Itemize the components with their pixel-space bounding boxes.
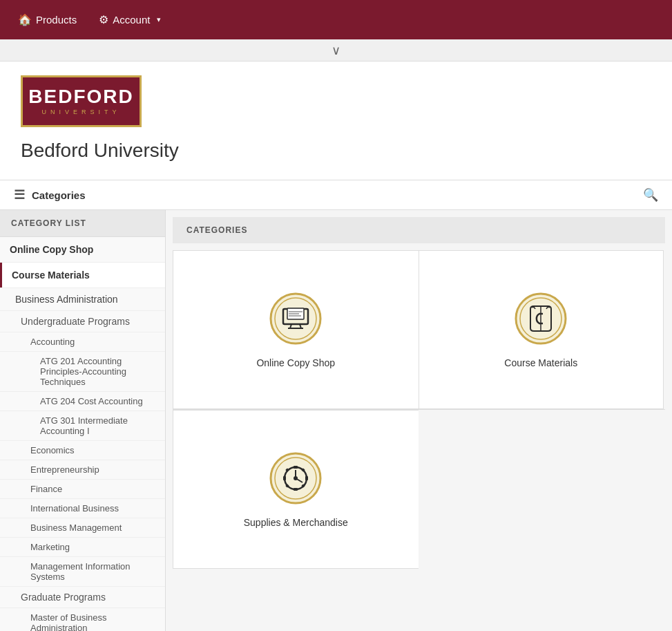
sidebar-item-marketing[interactable]: Marketing xyxy=(0,538,165,557)
categories-bar-label-group: ☰ Categories xyxy=(14,187,86,203)
category-card-course-materials[interactable]: Course Materials xyxy=(419,250,664,409)
empty-card-slot xyxy=(419,410,665,569)
sidebar-item-label: Entrepreneurship xyxy=(0,460,165,479)
hamburger-icon: ☰ xyxy=(14,187,25,203)
sidebar-item-business-admin[interactable]: Business Administration xyxy=(0,288,165,311)
account-nav-item[interactable]: ⚙ Account ▾ xyxy=(88,0,172,39)
supplies-icon xyxy=(268,451,323,506)
sidebar-item-label: Business Management xyxy=(0,518,165,537)
collapse-bar[interactable]: ∨ xyxy=(0,39,672,62)
sidebar-item-business-mgmt[interactable]: Business Management xyxy=(0,518,165,538)
categories-label: Categories xyxy=(32,189,86,201)
sidebar-item-atg201[interactable]: ATG 201 Accounting Principles-Accounting… xyxy=(0,352,165,392)
sidebar-item-label: Marketing xyxy=(0,538,165,556)
category-card-supplies[interactable]: Supplies & Merchandise xyxy=(173,410,419,569)
main-layout: CATEGORY LIST Online Copy Shop Course Ma… xyxy=(0,210,672,631)
top-nav: 🏠 Products ⚙ Account ▾ xyxy=(0,0,672,39)
categories-bar: ☰ Categories 🔍 xyxy=(0,180,672,210)
site-title: Bedford University xyxy=(21,140,651,162)
header-area: BEDFORD UNIVERSITY Bedford University xyxy=(0,62,672,180)
category-card-label: Supplies & Merchandise xyxy=(244,517,348,528)
logo-main-text: BEDFORD xyxy=(28,87,133,106)
sidebar-item-entrepreneurship[interactable]: Entrepreneurship xyxy=(0,460,165,480)
category-card-online-copy-shop[interactable]: Online Copy Shop xyxy=(173,250,419,409)
categories-grid-row1: Online Copy Shop Course Materia xyxy=(173,250,665,409)
sidebar-item-finance[interactable]: Finance xyxy=(0,480,165,499)
sidebar-item-course-materials[interactable]: Course Materials xyxy=(0,263,165,288)
sidebar-item-label: Course Materials xyxy=(0,263,165,288)
sidebar-item-accounting[interactable]: Accounting xyxy=(0,332,165,352)
chevron-down-icon: ∨ xyxy=(332,43,340,58)
sidebar-item-economics[interactable]: Economics xyxy=(0,441,165,460)
sidebar-item-label: ATG 301 Intermediate Accounting I xyxy=(40,415,128,436)
products-nav-item[interactable]: 🏠 Products xyxy=(7,0,88,39)
sidebar-item-label: Finance xyxy=(0,480,165,498)
svg-rect-22 xyxy=(283,476,286,480)
sidebar-item-online-copy-shop[interactable]: Online Copy Shop xyxy=(0,237,165,263)
sidebar-item-label: Business Administration xyxy=(0,288,165,310)
content-header: CATEGORIES xyxy=(173,217,665,243)
sidebar-item-label: Economics xyxy=(0,441,165,460)
sidebar-item-label: ATG 204 Cost Accounting xyxy=(40,396,143,406)
sidebar-item-undergrad[interactable]: Undergraduate Programs xyxy=(0,311,165,332)
sidebar: CATEGORY LIST Online Copy Shop Course Ma… xyxy=(0,210,166,631)
sidebar-item-atg204[interactable]: ATG 204 Cost Accounting xyxy=(0,392,165,411)
sidebar-item-label: International Business xyxy=(0,499,165,518)
category-card-label: Online Copy Shop xyxy=(256,357,335,368)
svg-rect-20 xyxy=(294,466,298,469)
logo-sub-text: UNIVERSITY xyxy=(41,109,120,115)
search-icon[interactable]: 🔍 xyxy=(643,187,658,203)
sidebar-item-label: Undergraduate Programs xyxy=(0,311,165,332)
gear-icon: ⚙ xyxy=(99,13,108,26)
sidebar-item-mis[interactable]: Management Information Systems xyxy=(0,557,165,587)
account-caret-icon: ▾ xyxy=(157,15,161,24)
svg-rect-21 xyxy=(294,488,298,491)
svg-rect-23 xyxy=(305,476,308,480)
category-card-label: Course Materials xyxy=(504,357,577,368)
course-materials-icon xyxy=(513,291,568,346)
categories-grid-row2: Supplies & Merchandise xyxy=(173,409,665,569)
sidebar-list: Online Copy Shop Course Materials Busine… xyxy=(0,237,165,631)
sidebar-item-label: Master of Business Administration xyxy=(0,608,165,631)
sidebar-item-label: Online Copy Shop xyxy=(0,237,165,262)
sidebar-item-mba[interactable]: Master of Business Administration xyxy=(0,608,165,631)
sidebar-item-label: Accounting xyxy=(0,332,165,351)
sidebar-item-atg301[interactable]: ATG 301 Intermediate Accounting I xyxy=(0,411,165,441)
home-icon: 🏠 xyxy=(18,13,32,26)
content-area: CATEGORIES Onlin xyxy=(166,210,672,631)
sidebar-item-label: Graduate Programs xyxy=(0,587,165,608)
account-label: Account xyxy=(113,14,150,26)
sidebar-item-grad-programs[interactable]: Graduate Programs xyxy=(0,587,165,608)
sidebar-item-label: Management Information Systems xyxy=(0,557,165,586)
products-label: Products xyxy=(36,14,77,26)
sidebar-header: CATEGORY LIST xyxy=(0,210,165,237)
sidebar-item-label: ATG 201 Accounting Principles-Accounting… xyxy=(40,356,126,387)
sidebar-item-intl-business[interactable]: International Business xyxy=(0,499,165,518)
logo: BEDFORD UNIVERSITY xyxy=(21,75,142,127)
copy-shop-icon xyxy=(268,291,323,346)
